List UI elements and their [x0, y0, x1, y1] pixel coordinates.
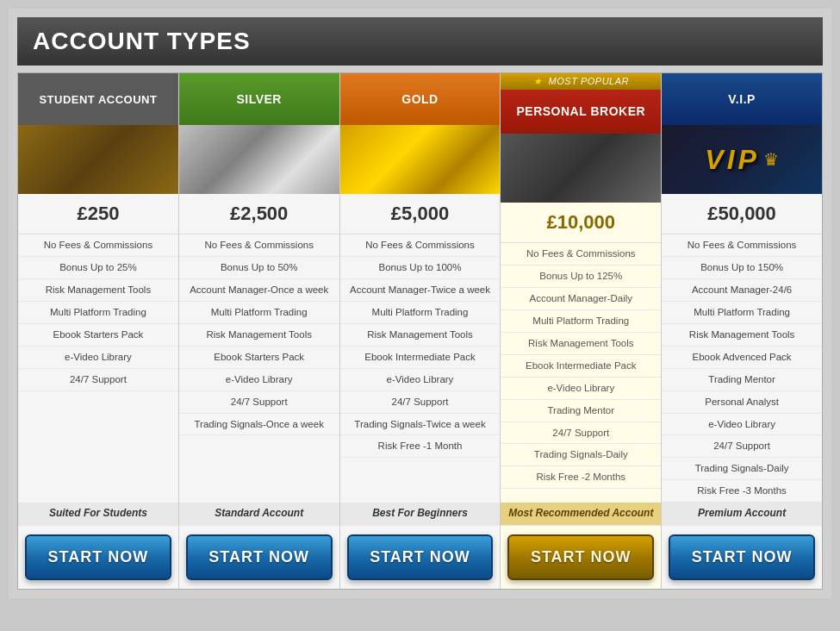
col-image-silver — [179, 125, 339, 194]
feature-silver-0: No Fees & Commissions — [179, 234, 339, 257]
feature-vip-4: Risk Management Tools — [662, 324, 822, 347]
col-image-gold — [340, 125, 501, 194]
feature-gold-7: 24/7 Support — [340, 391, 501, 414]
feature-student-1: Bonus Up to 25% — [18, 257, 178, 279]
feature-silver-6: e-Video Library — [179, 369, 339, 391]
feature-vip-0: No Fees & Commissions — [662, 234, 822, 257]
vip-crown-icon: ♛ — [763, 149, 779, 170]
feature-personal-4: Risk Management Tools — [501, 333, 661, 355]
feature-vip-5: Ebook Advenced Pack — [662, 347, 822, 369]
col-header-gold: GOLD — [340, 73, 501, 125]
feature-personal-10: Risk Free -2 Months — [501, 466, 661, 489]
footer-label-silver: Standard Account — [179, 503, 339, 526]
price-gold: £5,000 — [340, 194, 501, 234]
feature-vip-9: 24/7 Support — [662, 435, 822, 458]
feature-gold-2: Account Manager-Twice a week — [340, 279, 501, 302]
feature-personal-2: Account Manager-Daily — [501, 288, 661, 310]
start-now-button-personal[interactable]: START NOW — [507, 534, 654, 580]
feature-personal-5: Ebook Intermediate Pack — [501, 355, 661, 378]
col-header-silver: SILVER — [179, 73, 339, 125]
feature-gold-4: Risk Management Tools — [340, 324, 501, 347]
feature-silver-8: Trading Signals-Once a week — [179, 414, 339, 436]
page-wrapper: ACCOUNT TYPES STUDENT ACCOUNT £250 No Fe… — [9, 9, 831, 598]
feature-silver-3: Multi Platform Trading — [179, 302, 339, 324]
feature-vip-2: Account Manager-24/6 — [662, 279, 822, 302]
col-vip: V.I.P VIP ♛ £50,000 No Fees & Commission… — [662, 73, 822, 589]
star-icon: ★ — [533, 76, 543, 86]
cta-area-personal: START NOW — [501, 526, 661, 589]
col-header-personal: ★ Most Popular PERSONAL BROKER — [501, 73, 661, 134]
feature-vip-3: Multi Platform Trading — [662, 302, 822, 324]
col-personal: ★ Most Popular PERSONAL BROKER £10,000 N… — [501, 73, 662, 589]
col-header-label-gold: GOLD — [401, 92, 438, 106]
start-now-button-silver[interactable]: START NOW — [186, 534, 333, 580]
feature-student-6: 24/7 Support — [18, 369, 178, 391]
feature-gold-1: Bonus Up to 100% — [340, 257, 501, 279]
col-header-vip: V.I.P — [662, 73, 822, 125]
footer-label-personal: Most Recommended Account — [501, 503, 661, 526]
start-now-button-gold[interactable]: START NOW — [347, 534, 494, 580]
col-header-label-personal: PERSONAL BROKER — [516, 104, 645, 118]
feature-gold-8: Trading Signals-Twice a week — [340, 414, 501, 436]
feature-student-5: e-Video Library — [18, 347, 178, 369]
col-image-vip: VIP ♛ — [662, 125, 822, 194]
feature-silver-5: Ebook Starters Pack — [179, 347, 339, 369]
feature-silver-2: Account Manager-Once a week — [179, 279, 339, 302]
feature-gold-5: Ebook Intermediate Pack — [340, 347, 501, 369]
col-header-student: STUDENT ACCOUNT — [18, 73, 178, 125]
footer-label-vip: Premium Account — [662, 503, 822, 526]
most-popular-badge: ★ Most Popular — [501, 73, 661, 90]
start-now-button-student[interactable]: START NOW — [25, 534, 171, 580]
feature-student-4: Ebook Starters Pack — [18, 324, 178, 347]
price-personal: £10,000 — [501, 203, 661, 243]
col-header-label-vip: V.I.P — [728, 92, 756, 106]
feature-gold-0: No Fees & Commissions — [340, 234, 501, 257]
col-image-student — [18, 125, 178, 194]
feature-vip-7: Personal Analyst — [662, 391, 822, 414]
feature-student-0: No Fees & Commissions — [18, 234, 178, 257]
feature-student-2: Risk Management Tools — [18, 279, 178, 302]
vip-text: VIP — [705, 144, 760, 176]
col-gold: GOLD £5,000 No Fees & Commissions Bonus … — [340, 73, 501, 589]
feature-personal-6: e-Video Library — [501, 378, 661, 400]
feature-student-3: Multi Platform Trading — [18, 302, 178, 324]
feature-personal-8: 24/7 Support — [501, 422, 661, 445]
page-title-text: ACCOUNT TYPES — [33, 28, 251, 54]
price-vip: £50,000 — [662, 194, 822, 234]
col-student: STUDENT ACCOUNT £250 No Fees & Commissio… — [18, 73, 179, 589]
col-image-personal — [501, 134, 661, 203]
page-title: ACCOUNT TYPES — [17, 17, 823, 66]
account-types-table: STUDENT ACCOUNT £250 No Fees & Commissio… — [17, 72, 823, 590]
footer-label-gold: Best For Beginners — [340, 503, 501, 526]
cta-area-vip: START NOW — [662, 526, 822, 589]
feature-vip-11: Risk Free -3 Months — [662, 480, 822, 503]
feature-vip-1: Bonus Up to 150% — [662, 257, 822, 279]
col-header-label-silver: SILVER — [236, 92, 282, 106]
price-silver: £2,500 — [179, 194, 339, 234]
cta-area-gold: START NOW — [340, 526, 501, 589]
feature-silver-4: Risk Management Tools — [179, 324, 339, 347]
feature-personal-1: Bonus Up to 125% — [501, 266, 661, 288]
cta-area-silver: START NOW — [179, 526, 339, 589]
feature-silver-7: 24/7 Support — [179, 391, 339, 414]
feature-personal-3: Multi Platform Trading — [501, 310, 661, 333]
feature-vip-6: Trading Mentor — [662, 369, 822, 391]
feature-vip-8: e-Video Library — [662, 414, 822, 436]
feature-silver-1: Bonus Up to 50% — [179, 257, 339, 279]
feature-gold-6: e-Video Library — [340, 369, 501, 391]
feature-personal-0: No Fees & Commissions — [501, 243, 661, 266]
footer-label-student: Suited For Students — [18, 503, 178, 526]
feature-vip-10: Trading Signals-Daily — [662, 458, 822, 480]
cta-area-student: START NOW — [18, 526, 178, 589]
feature-gold-9: Risk Free -1 Month — [340, 435, 501, 458]
col-silver: SILVER £2,500 No Fees & Commissions Bonu… — [179, 73, 340, 589]
col-header-label-student: STUDENT ACCOUNT — [39, 93, 157, 106]
feature-personal-9: Trading Signals-Daily — [501, 444, 661, 466]
most-popular-label: Most Popular — [549, 76, 629, 86]
price-student: £250 — [18, 194, 178, 234]
feature-gold-3: Multi Platform Trading — [340, 302, 501, 324]
start-now-button-vip[interactable]: START NOW — [669, 534, 815, 580]
feature-personal-7: Trading Mentor — [501, 400, 661, 422]
